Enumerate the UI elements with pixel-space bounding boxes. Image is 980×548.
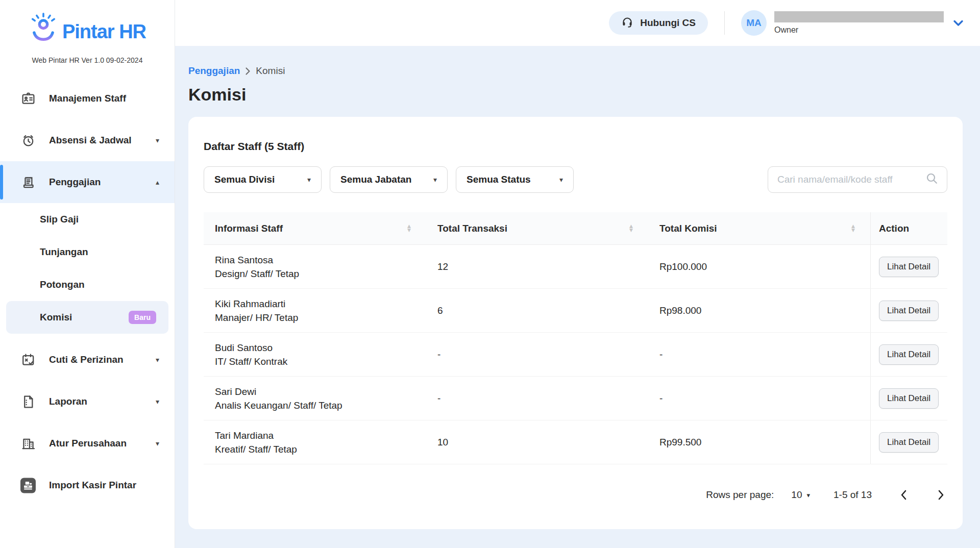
column-header-informasi-staff[interactable]: Informasi Staff▲▼ [204, 212, 426, 244]
chevron-down-icon: ▾ [433, 176, 437, 184]
sidebar-item-label: Laporan [49, 396, 87, 407]
chevron-down-icon: ▾ [156, 397, 159, 406]
total-komisi-value: - [648, 393, 870, 404]
staff-info-cell: Tari Mardiana Kreatif/ Staff/ Tetap [204, 429, 426, 456]
column-label: Total Komisi [659, 223, 717, 234]
hubungi-cs-button[interactable]: Hubungi CS [609, 11, 708, 35]
submenu-item-label: Potongan [40, 279, 85, 290]
sidebar-subitem-tunjangan[interactable]: Tunjangan [6, 236, 168, 268]
calendar-leave-icon [20, 352, 36, 367]
staff-info-cell: Budi Santoso IT/ Staff/ Kontrak [204, 341, 426, 368]
total-transaksi-value: 12 [426, 261, 648, 272]
staff-info-cell: Sari Dewi Analis Keuangan/ Staff/ Tetap [204, 385, 426, 412]
sidebar-subitem-potongan[interactable]: Potongan [6, 268, 168, 301]
table-row: Budi Santoso IT/ Staff/ Kontrak - - Liha… [204, 333, 947, 377]
staff-name: Tari Mardiana [215, 429, 426, 442]
search-input[interactable] [777, 174, 925, 185]
pagination: Rows per page: 10 ▾ 1-5 of 13 [204, 489, 947, 501]
sidebar-subitem-komisi[interactable]: KomisiBaru [6, 301, 168, 334]
table-row: Rina Santosa Design/ Staff/ Tetap 12 Rp1… [204, 245, 947, 289]
total-transaksi-value: - [426, 349, 648, 360]
search-box [768, 166, 947, 193]
sidebar-subitem-slip-gaji[interactable]: Slip Gaji [6, 203, 168, 236]
next-page-button[interactable] [935, 489, 947, 501]
chevron-up-icon: ▴ [156, 178, 159, 186]
app-root: Pintar HR Web Pintar HR Ver 1.0 09-02-20… [0, 0, 980, 548]
staff-role: IT/ Staff/ Kontrak [215, 355, 426, 368]
profile-chevron-down-icon[interactable] [953, 19, 964, 27]
staff-name: Budi Santoso [215, 341, 426, 355]
sort-icon[interactable]: ▲▼ [407, 225, 411, 232]
submenu-item-label: Komisi [40, 312, 72, 323]
brand-name: Pintar HR [62, 17, 146, 46]
chevron-down-icon: ▾ [559, 176, 563, 184]
report-document-icon [20, 394, 36, 409]
user-info: Owner [774, 11, 944, 35]
filter-label: Semua Divisi [214, 174, 275, 185]
staff-info-cell: Rina Santosa Design/ Staff/ Tetap [204, 253, 426, 281]
sidebar-item-penggajian[interactable]: Penggajian▴ [0, 161, 175, 203]
staff-role: Design/ Staff/ Tetap [215, 267, 426, 281]
user-role: Owner [774, 26, 944, 35]
staff-name: Kiki Rahmadiarti [215, 297, 426, 311]
logo: Pintar HR [0, 13, 175, 46]
submenu-item-label: Tunjangan [40, 246, 88, 258]
breadcrumb: Penggajian Komisi [188, 65, 963, 77]
filters-row: Semua Divisi▾Semua Jabatan▾Semua Status▾ [204, 166, 947, 193]
column-header-total-komisi[interactable]: Total Komisi▲▼ [648, 212, 870, 244]
page-range: 1-5 of 13 [834, 489, 872, 501]
staff-role: Manajer/ HR/ Tetap [215, 311, 426, 325]
filter-semua-divisi[interactable]: Semua Divisi▾ [204, 166, 322, 193]
total-komisi-value: Rp99.500 [648, 437, 870, 448]
topbar-divider [724, 11, 725, 35]
column-header-total-transaksi[interactable]: Total Transaksi▲▼ [426, 212, 648, 244]
action-cell: Lihat Detail [870, 377, 947, 420]
sidebar-submenu: Slip GajiTunjanganPotonganKomisiBaru [0, 203, 175, 334]
rows-per-page-select[interactable]: 10 ▾ [791, 489, 810, 501]
lihat-detail-button[interactable]: Lihat Detail [879, 257, 939, 277]
total-komisi-value: Rp100.000 [648, 261, 870, 272]
total-komisi-value: Rp98.000 [648, 305, 870, 316]
column-label: Informasi Staff [215, 223, 283, 234]
total-transaksi-value: 6 [426, 305, 648, 316]
filter-semua-jabatan[interactable]: Semua Jabatan▾ [330, 166, 448, 193]
sidebar-item-laporan[interactable]: Laporan▾ [0, 381, 175, 422]
redacted-username [774, 11, 944, 22]
sidebar-menu: Manajemen StaffAbsensi & Jadwal▾Penggaji… [0, 78, 175, 506]
action-cell: Lihat Detail [870, 245, 947, 288]
breadcrumb-link-penggajian[interactable]: Penggajian [188, 65, 240, 77]
rows-per-page-label: Rows per page: [706, 489, 774, 501]
sidebar-item-manajemen-staff[interactable]: Manajemen Staff [0, 78, 175, 119]
sort-icon[interactable]: ▲▼ [851, 225, 855, 232]
total-komisi-value: - [648, 349, 870, 360]
staff-name: Sari Dewi [215, 385, 426, 398]
table-row: Kiki Rahmadiarti Manajer/ HR/ Tetap 6 Rp… [204, 289, 947, 333]
lihat-detail-button[interactable]: Lihat Detail [879, 301, 939, 321]
sidebar-bottom-group: Cuti & Perizinan▾Laporan▾Atur Perusahaan… [0, 339, 175, 506]
filter-semua-status[interactable]: Semua Status▾ [456, 166, 574, 193]
chevron-right-icon [245, 67, 251, 76]
filter-label: Semua Jabatan [340, 174, 411, 185]
lihat-detail-button[interactable]: Lihat Detail [879, 344, 939, 365]
lihat-detail-button[interactable]: Lihat Detail [879, 388, 939, 409]
id-card-icon [20, 91, 36, 106]
column-label: Action [879, 223, 909, 234]
headset-icon [621, 16, 633, 31]
avatar[interactable]: MA [741, 10, 767, 36]
sidebar: Pintar HR Web Pintar HR Ver 1.0 09-02-20… [0, 0, 175, 548]
app-version: Web Pintar HR Ver 1.0 09-02-2024 [0, 56, 175, 64]
sidebar-item-absensi-jadwal[interactable]: Absensi & Jadwal▾ [0, 119, 175, 161]
sidebar-item-cuti-perizinan[interactable]: Cuti & Perizinan▾ [0, 339, 175, 381]
sidebar-item-import-kasir-pintar[interactable]: Import Kasir Pintar [0, 464, 175, 506]
lihat-detail-button[interactable]: Lihat Detail [879, 432, 939, 453]
action-cell: Lihat Detail [870, 333, 947, 376]
sidebar-item-atur-perusahaan[interactable]: Atur Perusahaan▾ [0, 422, 175, 464]
prev-page-button[interactable] [897, 489, 910, 501]
sort-icon[interactable]: ▲▼ [629, 225, 633, 232]
sidebar-item-label: Absensi & Jadwal [49, 135, 132, 146]
chevron-down-icon: ▾ [806, 491, 810, 499]
receipt-icon [20, 175, 36, 190]
pintar-hr-logo-icon [29, 12, 58, 46]
main-area: Hubungi CS MA Owner Penggajian Komisi [175, 0, 980, 548]
table-row: Sari Dewi Analis Keuangan/ Staff/ Tetap … [204, 377, 947, 420]
